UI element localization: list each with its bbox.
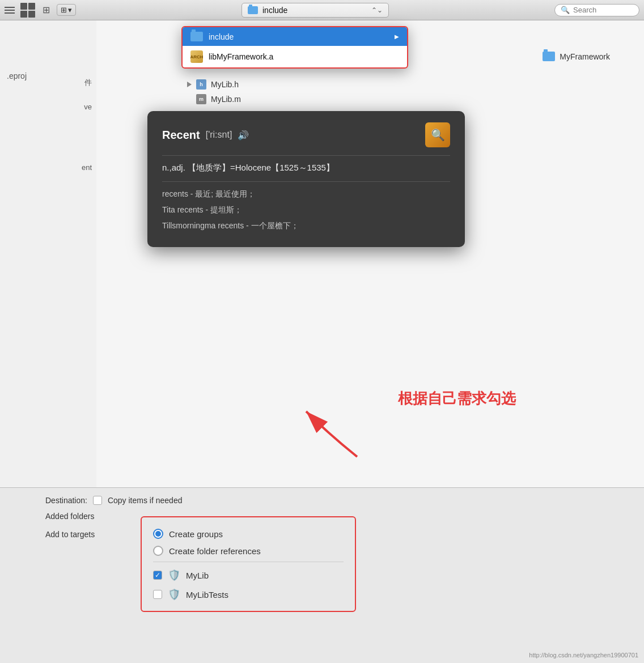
view-label: ⊞ — [61, 6, 67, 14]
folder-blue-icon — [190, 32, 203, 41]
expand-triangle-icon — [187, 82, 192, 87]
add-to-targets-label: Add to targets — [45, 530, 95, 539]
grid-view-icon[interactable] — [20, 3, 35, 18]
dropdown-item-include[interactable]: include ▶ — [183, 27, 407, 46]
dropdown-item-lib[interactable]: ARCH libMyFramework.a — [183, 46, 407, 67]
copy-items-label: Copy items if needed — [108, 496, 183, 505]
annotation-text: 根据自己需求勾选 — [398, 389, 516, 409]
file-item-mylib-m: m MyLib.m — [187, 92, 241, 107]
left-sidebar: 件 ve ent .eproj — [0, 20, 96, 175]
create-folder-refs-label: Create folder references — [169, 546, 261, 556]
mylib-target-label: MyLib — [186, 571, 209, 580]
toolbar: ⊞ ⊞ ▾ include ⌃⌄ 🔍 — [0, 0, 644, 20]
h-file-icon: h — [196, 79, 206, 90]
file-name-mylib-h: MyLib.h — [211, 80, 239, 89]
my-framework-item: MyFramework — [543, 52, 610, 61]
path-name: include — [262, 6, 367, 15]
copy-items-checkbox[interactable] — [93, 496, 102, 505]
create-groups-row: Create groups — [153, 525, 344, 542]
dictionary-popup: Recent ['ri:snt] 🔊 n.,adj. 【地质学】=Holocen… — [147, 111, 465, 247]
search-icon: 🔍 — [561, 6, 570, 14]
dropdown-arrow-icon: ▶ — [395, 33, 399, 40]
dict-example-3: Tillsmorningma recents - 一个屋檐下； — [162, 219, 450, 232]
create-groups-label: Create groups — [169, 529, 223, 539]
dropdown-item-lib-label: libMyFramework.a — [209, 52, 273, 61]
create-folder-refs-row: Create folder references — [153, 542, 344, 559]
mylib-target-checkbox[interactable] — [153, 571, 162, 580]
dict-example-2: Tita recents - 提坦斯； — [162, 203, 450, 216]
added-folders-label: Added folders — [45, 512, 94, 521]
dict-divider — [162, 155, 450, 156]
dict-phonetic: ['ri:snt] — [206, 130, 232, 140]
column-view-icon[interactable]: ⊞ — [39, 3, 53, 18]
archive-icon: ARCH — [190, 50, 203, 63]
destination-row: Destination: Copy items if needed — [0, 488, 644, 508]
mylib-tests-icon: 🛡️ — [168, 588, 180, 601]
mylib-tests-label: MyLibTests — [186, 590, 228, 600]
file-item-mylib-h: h MyLib.h — [187, 77, 241, 92]
options-box: Create groups Create folder references 🛡… — [141, 516, 356, 612]
dict-definition: n.,adj. 【地质学】=Holocene【1525～1535】 — [162, 162, 450, 175]
framework-folder-icon — [543, 52, 555, 61]
create-groups-radio[interactable] — [153, 529, 163, 539]
my-framework-label-text: MyFramework — [560, 52, 610, 61]
search-bar[interactable]: 🔍 — [554, 4, 639, 16]
options-divider — [153, 562, 344, 562]
dict-book-icon — [425, 122, 450, 147]
dict-example-1: recents - 最近; 最近使用； — [162, 188, 450, 200]
path-chevron-icon: ⌃⌄ — [371, 6, 383, 14]
m-file-icon: m — [196, 94, 206, 104]
mylib-tests-checkbox[interactable] — [153, 590, 162, 599]
path-folder-icon — [248, 6, 258, 14]
annotation: 根据自己需求勾选 — [283, 394, 374, 465]
eproj-label: .eproj — [7, 71, 27, 80]
watermark: http://blog.csdn.net/yangzhen19900701 — [529, 652, 638, 658]
destination-label: Destination: — [45, 496, 87, 505]
dropdown-item-include-label: include — [209, 32, 234, 41]
dict-divider2 — [162, 181, 450, 182]
dict-word: Recent — [162, 129, 200, 142]
bottom-dialog: Destination: Copy items if needed Added … — [0, 487, 644, 663]
sidebar-item-label2: ve — [0, 99, 96, 114]
mylib-tests-target-row: 🛡️ MyLibTests — [153, 586, 344, 603]
mylib-target-row: 🛡️ MyLib — [153, 564, 344, 586]
dict-header: Recent ['ri:snt] 🔊 — [162, 122, 450, 147]
view-dropdown-arrow: ▾ — [68, 6, 72, 14]
view-dropdown-btn[interactable]: ⊞ ▾ — [57, 4, 76, 16]
path-dropdown: include ▶ ARCH libMyFramework.a — [181, 26, 408, 69]
main-area: 件 ve ent .eproj include ▶ ARCH libMyFram… — [0, 20, 644, 663]
annotation-arrow — [283, 394, 374, 462]
path-selector[interactable]: include ⌃⌄ — [242, 3, 389, 18]
mylib-target-icon: 🛡️ — [168, 569, 180, 581]
file-name-mylib-m: MyLib.m — [211, 95, 241, 104]
hamburger-menu[interactable] — [5, 4, 17, 16]
search-input[interactable] — [573, 6, 633, 14]
create-folder-refs-radio[interactable] — [153, 546, 163, 556]
sidebar-item-label3: ent — [0, 160, 96, 175]
dict-speaker-icon[interactable]: 🔊 — [238, 130, 249, 141]
